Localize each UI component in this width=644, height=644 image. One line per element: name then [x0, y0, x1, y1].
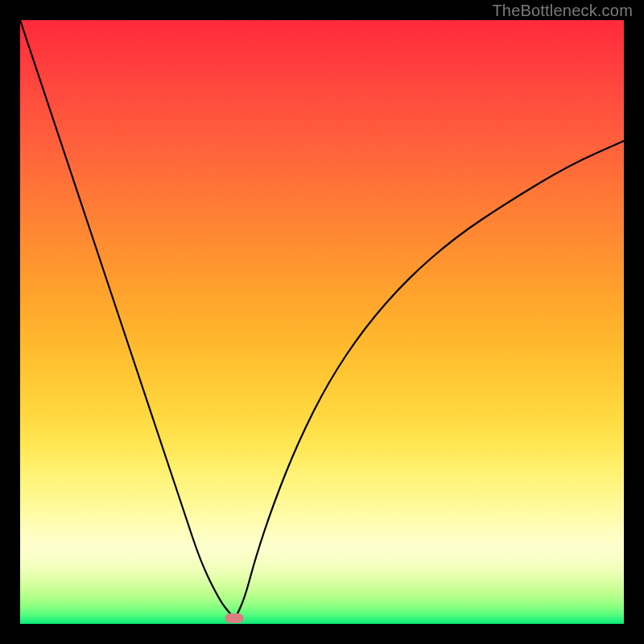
bottleneck-curve [20, 20, 624, 617]
chart-frame: TheBottleneck.com [0, 0, 644, 644]
watermark-text: TheBottleneck.com [492, 2, 633, 20]
optimum-marker [225, 613, 244, 623]
plot-area [20, 20, 624, 624]
curve-layer [20, 20, 624, 624]
